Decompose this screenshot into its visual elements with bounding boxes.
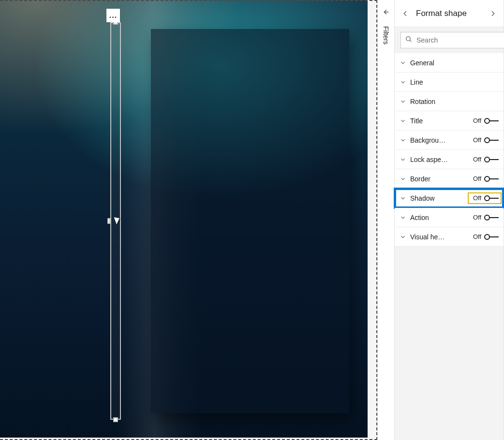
resize-handle-middle-left[interactable] <box>107 218 110 224</box>
row-overflow-chevron-icon <box>502 92 504 111</box>
format-shape-pane: Format shape GeneralLineRotationTitleOff… <box>395 0 504 440</box>
property-label: Lock aspe… <box>410 156 451 163</box>
svg-line-2 <box>410 40 411 42</box>
chevron-down-icon <box>400 79 406 86</box>
chevron-down-icon <box>400 176 406 182</box>
property-label: Visual he… <box>410 233 451 241</box>
filters-strip[interactable]: Filters <box>377 0 395 440</box>
pane-forward-button[interactable] <box>486 7 500 20</box>
expand-filters-icon[interactable] <box>382 8 390 18</box>
pane-back-button[interactable] <box>399 7 412 20</box>
svg-point-1 <box>406 37 411 41</box>
property-label: Shadow <box>410 194 451 202</box>
toggle-state-text: Off <box>473 117 481 124</box>
property-toggle[interactable]: Off <box>473 233 499 240</box>
selected-shape[interactable] <box>110 22 121 420</box>
resize-handle-bottom[interactable] <box>113 417 118 422</box>
chevron-down-icon <box>400 59 406 66</box>
row-overflow-chevron-icon <box>502 227 504 246</box>
toggle-state-text: Off <box>473 233 481 240</box>
chevron-down-icon <box>400 214 406 221</box>
row-overflow-chevron-icon <box>502 150 504 169</box>
chevron-down-icon <box>400 156 406 163</box>
property-toggle[interactable]: Off <box>473 156 499 163</box>
property-toggle[interactable]: Off <box>473 214 499 221</box>
toggle-state-text: Off <box>473 194 481 202</box>
property-row-visual-he[interactable]: Visual he…Off <box>395 227 504 247</box>
property-label: Action <box>410 214 451 221</box>
properties-list: GeneralLineRotationTitleOffBackgrou…OffL… <box>395 53 504 247</box>
search-box[interactable] <box>400 32 504 48</box>
chevron-down-icon <box>400 195 406 202</box>
property-row-backgrou[interactable]: Backgrou…Off <box>395 131 504 150</box>
pane-header: Format shape <box>395 0 504 27</box>
property-label: Line <box>410 78 451 86</box>
filters-label: Filters <box>382 26 390 44</box>
chevron-down-icon <box>400 234 406 240</box>
property-row-action[interactable]: ActionOff <box>395 208 504 227</box>
toggle-switch[interactable] <box>484 156 499 163</box>
property-toggle[interactable]: Off <box>473 175 499 182</box>
report-canvas[interactable]: ... <box>0 0 377 440</box>
toggle-switch[interactable] <box>484 214 499 221</box>
property-row-rotation[interactable]: Rotation <box>395 92 504 111</box>
property-row-border[interactable]: BorderOff <box>395 169 504 189</box>
property-label: General <box>410 59 451 67</box>
toggle-state-text: Off <box>473 175 481 182</box>
property-toggle[interactable]: Off <box>473 194 499 202</box>
pane-search-row <box>395 27 504 53</box>
property-label: Rotation <box>410 98 451 105</box>
toggle-switch[interactable] <box>484 195 499 202</box>
row-overflow-chevron-icon <box>502 111 504 130</box>
chevron-down-icon <box>400 137 406 144</box>
toggle-state-text: Off <box>473 214 481 221</box>
chevron-down-icon <box>400 98 406 105</box>
row-overflow-chevron-icon <box>502 208 504 227</box>
search-icon <box>405 35 413 45</box>
toggle-switch[interactable] <box>484 176 499 182</box>
toggle-switch[interactable] <box>484 117 499 124</box>
property-toggle[interactable]: Off <box>473 117 499 124</box>
row-overflow-chevron-icon <box>502 53 504 72</box>
toggle-state-text: Off <box>473 156 481 163</box>
property-label: Backgrou… <box>410 136 451 144</box>
chevron-down-icon <box>400 117 406 124</box>
property-toggle[interactable]: Off <box>473 136 499 144</box>
toggle-switch[interactable] <box>484 137 499 144</box>
canvas-dark-panel <box>151 29 349 413</box>
property-label: Border <box>410 175 451 183</box>
property-row-line[interactable]: Line <box>395 73 504 92</box>
property-label: Title <box>410 117 451 125</box>
row-overflow-chevron-icon <box>502 73 504 91</box>
visual-more-options-button[interactable]: ... <box>106 9 120 22</box>
search-input[interactable] <box>416 36 501 44</box>
toggle-switch[interactable] <box>484 234 499 240</box>
toggle-state-text: Off <box>473 136 481 144</box>
property-row-lock-aspe[interactable]: Lock aspe…Off <box>395 150 504 169</box>
row-overflow-chevron-icon <box>502 189 504 207</box>
row-overflow-chevron-icon <box>502 169 504 188</box>
row-overflow-chevron-icon <box>502 131 504 149</box>
property-row-shadow[interactable]: ShadowOff <box>395 189 504 208</box>
pane-title: Format shape <box>414 9 484 18</box>
property-row-title[interactable]: TitleOff <box>395 111 504 131</box>
property-row-general[interactable]: General <box>395 53 504 73</box>
